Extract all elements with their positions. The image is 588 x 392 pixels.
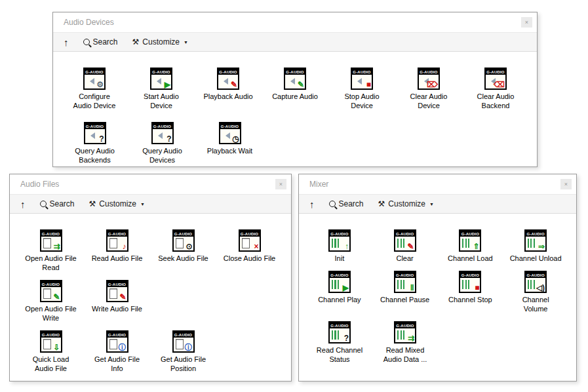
vi-glyph-area: Ⅱ (395, 278, 415, 292)
palette-item[interactable]: G-AUDIO ✎ Capture Audio (262, 68, 328, 101)
vi-glyph-area: ⌫ (486, 75, 505, 88)
vi-glyph: ⇑ (473, 243, 479, 250)
palette-item[interactable]: G-AUDIO ⌫ Clear Audio Backend (462, 68, 529, 110)
title-bar[interactable]: Audio Files × (10, 174, 291, 194)
palette-item[interactable]: G-AUDIO ✎ Playback Audio (195, 68, 262, 101)
palette-item[interactable]: G-AUDIO ? Query Audio Devices (128, 122, 196, 165)
palette-item-label: Open Audio File Write (25, 304, 76, 323)
customize-button[interactable]: ⚒Customize▼ (132, 37, 188, 47)
close-button[interactable]: × (560, 179, 572, 189)
palette-item[interactable]: G-AUDIO ▶ Start Audio Device (128, 68, 195, 110)
palette-item[interactable]: G-AUDIO ■ Stop Audio Device (328, 68, 395, 110)
up-arrow-icon: ↑ (309, 199, 315, 209)
vi-icon: G-AUDIO ⇉ (394, 321, 416, 343)
palette-item[interactable]: G-AUDIO ↑ Init (307, 229, 372, 263)
palette-item[interactable]: G-AUDIO ♪ Read Audio File (84, 229, 150, 263)
vi-base-shape (397, 239, 406, 248)
palette-item[interactable]: G-AUDIO ⇩ Quick Load Audio File (18, 330, 84, 373)
up-level-button[interactable]: ↑ (309, 199, 315, 209)
vi-base-shape (87, 78, 94, 85)
palette-item-label: Capture Audio (272, 92, 318, 101)
palette-item-label: Seek Audio File (158, 254, 208, 263)
palette-row: G-AUDIO ✎ Open Audio File Write G-AUDIO … (18, 280, 283, 330)
search-button[interactable]: Search (40, 199, 75, 208)
vi-glyph: ⌦ (427, 81, 438, 88)
palette-item[interactable]: G-AUDIO ⓘ Get Audio File Info (84, 330, 150, 373)
palette-item-label: Write Audio File (92, 304, 142, 313)
vi-base-shape (462, 280, 471, 289)
vi-banner-label: G-AUDIO (240, 231, 260, 237)
palette-item[interactable]: G-AUDIO ◁) Channel Volume (503, 271, 568, 313)
palette-body: G-AUDIO ↑ Init G-AUDIO ✎ Clear G-AUDIO ⇑… (299, 214, 576, 372)
vi-base-shape (43, 238, 51, 248)
customize-button[interactable]: ⚒Customize▼ (89, 199, 145, 208)
vi-base-shape (332, 330, 340, 340)
palette-window-mixer: Mixer × ↑ Search ⚒Customize▼ G-AUDIO ↑ I… (298, 174, 577, 382)
palette-item-label: Clear Audio Backend (477, 92, 515, 110)
palette-window-audio-files: Audio Files × ↑ Search ⚒Customize▼ G-AUD… (9, 174, 292, 382)
vi-glyph: ? (167, 135, 171, 143)
palette-item[interactable]: G-AUDIO ⊙ Seek Audio File (150, 229, 216, 263)
palette-item[interactable]: G-AUDIO × Close Audio File (216, 229, 283, 263)
title-bar[interactable]: Mixer × (299, 174, 576, 194)
vi-glyph-area: ♪ (108, 237, 127, 250)
close-icon: × (525, 19, 528, 26)
vi-banner-label: G-AUDIO (174, 332, 193, 338)
vi-glyph-area: ◷ (220, 129, 240, 143)
up-level-button[interactable]: ↑ (20, 199, 26, 209)
palette-item[interactable]: G-AUDIO ✎ Clear (372, 229, 438, 263)
vi-icon: G-AUDIO ♪ (106, 229, 128, 252)
vi-glyph-area: ⇉ (41, 237, 61, 250)
palette-item-label: Clear (396, 254, 413, 263)
up-level-button[interactable]: ↑ (64, 37, 69, 47)
palette-item[interactable]: G-AUDIO ⚙ Configure Audio Device (61, 68, 128, 110)
palette-item[interactable]: G-AUDIO ? Query Audio Backends (61, 122, 128, 165)
vi-glyph: ✎ (53, 293, 60, 301)
palette-item-label: Get Audio File Position (161, 355, 206, 373)
close-button[interactable]: × (521, 17, 532, 28)
vi-icon: G-AUDIO ✎ (394, 229, 416, 252)
palette-item-label: Read Mixed Audio Data ... (383, 345, 427, 364)
palette-item-label: Channel Load (448, 254, 493, 263)
palette-item[interactable]: G-AUDIO ⇑ Channel Load (438, 229, 503, 263)
palette-item[interactable]: G-AUDIO Ⅱ Channel Pause (372, 271, 438, 304)
vi-banner-label: G-AUDIO (85, 69, 104, 75)
palette-item[interactable]: G-AUDIO ✎ Open Audio File Write (18, 280, 84, 323)
wrench-icon: ⚒ (132, 38, 140, 46)
vi-icon: G-AUDIO ▶ (150, 68, 172, 90)
palette-toolbar: ↑ Search ⚒Customize▼ (10, 194, 291, 214)
palette-item[interactable]: G-AUDIO ■ Channel Stop (438, 271, 503, 304)
vi-banner-label: G-AUDIO (460, 231, 480, 237)
close-icon: × (279, 181, 283, 187)
search-button[interactable]: Search (329, 199, 364, 208)
vi-glyph-area: ? (85, 129, 105, 143)
vi-glyph: ♪ (123, 243, 127, 250)
vi-icon: G-AUDIO ✎ (284, 68, 306, 90)
vi-glyph: ▶ (165, 81, 170, 88)
window-title: Mixer (309, 180, 328, 189)
vi-glyph-area: ⚙ (85, 75, 104, 88)
palette-item[interactable]: G-AUDIO ⌦ Clear Audio Device (395, 68, 462, 110)
vi-glyph: ⊙ (186, 243, 192, 250)
vi-icon: G-AUDIO ↑ (328, 229, 351, 252)
customize-label: Customize (388, 199, 425, 208)
vi-icon: G-AUDIO ⌫ (484, 68, 507, 90)
vi-banner-label: G-AUDIO (220, 123, 240, 129)
palette-item[interactable]: G-AUDIO ⇒ Channel Unload (503, 229, 568, 263)
vi-icon: G-AUDIO ✎ (106, 280, 128, 302)
search-button[interactable]: Search (83, 37, 118, 47)
title-bar[interactable]: Audio Devices × (53, 12, 537, 32)
palette-item[interactable]: G-AUDIO ◷ Playback Wait (196, 122, 264, 155)
palette-item[interactable]: G-AUDIO ⓘ Get Audio File Position (150, 330, 216, 373)
vi-banner-label: G-AUDIO (330, 323, 349, 328)
close-button[interactable]: × (275, 179, 286, 189)
palette-item[interactable]: G-AUDIO ⇉ Read Mixed Audio Data ... (372, 321, 438, 364)
vi-icon: G-AUDIO ⊙ (172, 229, 195, 252)
customize-button[interactable]: ⚒Customize▼ (378, 199, 434, 208)
vi-glyph-area: ⓘ (174, 338, 193, 351)
palette-item[interactable]: G-AUDIO ▶ Channel Play (307, 271, 372, 304)
palette-item[interactable]: G-AUDIO ✎ Write Audio File (84, 280, 150, 313)
search-icon (40, 201, 47, 207)
palette-item[interactable]: G-AUDIO ? Read Channel Status (307, 321, 372, 364)
palette-item[interactable]: G-AUDIO ⇉ Open Audio File Read (18, 229, 84, 272)
